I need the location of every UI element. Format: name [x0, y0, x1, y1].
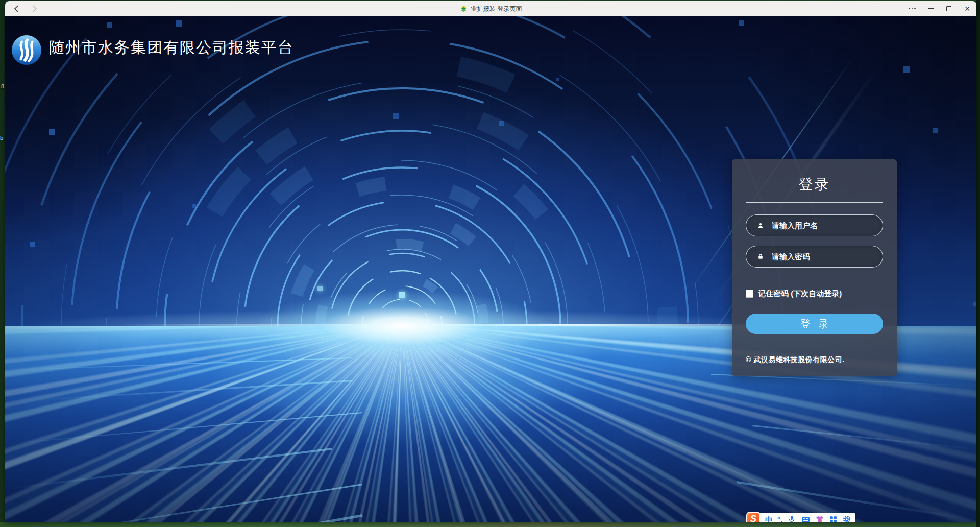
back-icon[interactable] [13, 5, 19, 13]
desktop-icon-text-fragment: 8 [1, 83, 4, 89]
lock-icon [757, 252, 764, 261]
toolbox-icon[interactable] [829, 515, 838, 523]
deco-square [49, 129, 55, 135]
deco-square [107, 22, 112, 28]
username-field[interactable] [746, 214, 883, 236]
desktop-icon-text-fragment: b [0, 135, 3, 141]
deco-square [30, 242, 35, 247]
login-page: 随州市水务集团有限公司报装平台 登录 [5, 16, 976, 522]
sogou-logo-icon[interactable]: S [746, 512, 761, 522]
water-wave-logo [11, 35, 42, 65]
page-title: 随州市水务集团有限公司报装平台 [49, 37, 294, 58]
skin-icon[interactable] [815, 515, 824, 522]
keyboard-icon[interactable] [801, 515, 811, 522]
password-field[interactable] [746, 246, 883, 268]
window-title: 业扩报装-登录页面 [471, 5, 522, 13]
divider [746, 202, 883, 203]
user-icon [757, 221, 764, 230]
window-titlebar: 业扩报装-登录页面 ✕ [5, 1, 976, 16]
deco-square [556, 78, 559, 81]
minimize-icon[interactable] [921, 1, 940, 16]
maximize-icon[interactable] [940, 1, 958, 16]
chinese-mode-icon[interactable]: 中 [765, 516, 773, 523]
app-window: 业扩报装-登录页面 ✕ [5, 1, 976, 522]
app-logo-icon [460, 5, 468, 13]
punctuation-icon[interactable]: °, [777, 516, 782, 523]
deco-square [739, 20, 744, 26]
remember-label: 记住密码 (下次自动登录) [758, 289, 842, 299]
copyright-text: © 武汉易维科技股份有限公司. [746, 355, 883, 365]
deco-square [933, 128, 938, 133]
deco-square [192, 204, 196, 208]
remember-password-row[interactable]: 记住密码 (下次自动登录) [746, 289, 883, 299]
desktop-right-strip [976, 0, 980, 527]
forward-icon[interactable] [32, 5, 38, 13]
vanishing-point-glow [254, 290, 550, 362]
login-panel: 登录 记住密码 (下次自动登录) 登 录 [732, 159, 897, 376]
deco-square [393, 113, 399, 119]
remember-checkbox[interactable] [746, 290, 753, 298]
desktop-bottom-strip [0, 522, 980, 527]
mic-icon[interactable] [787, 515, 796, 522]
divider [746, 345, 883, 345]
deco-square [903, 66, 910, 73]
username-input[interactable] [772, 221, 883, 230]
brand-header: 随州市水务集团有限公司报装平台 [11, 35, 294, 65]
deco-square [499, 121, 504, 126]
password-input[interactable] [772, 252, 883, 261]
login-button[interactable]: 登 录 [746, 314, 883, 334]
close-icon[interactable]: ✕ [958, 1, 976, 16]
ime-toolbar: 中 °, [746, 512, 855, 522]
login-heading: 登录 [732, 175, 897, 194]
deco-square [973, 302, 976, 306]
settings-icon[interactable] [842, 515, 851, 522]
more-options-icon[interactable] [903, 1, 921, 16]
deco-square [176, 20, 182, 27]
